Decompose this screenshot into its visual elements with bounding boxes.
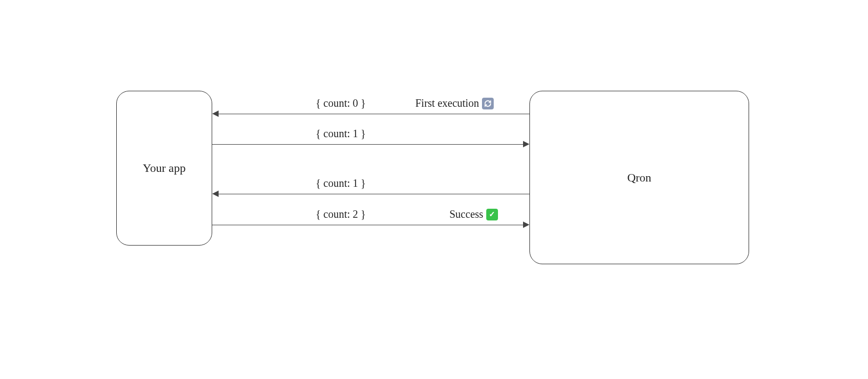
arrow-3-head [212, 191, 219, 197]
arrow-1-annotation: First execution [415, 97, 494, 109]
arrow-1-head [212, 110, 219, 117]
qron-box: Qron [529, 91, 749, 264]
your-app-label: Your app [143, 161, 186, 175]
arrow-4-payload: { count: 2 } [316, 208, 366, 220]
qron-label: Qron [627, 171, 651, 185]
arrow-4-line [212, 225, 523, 225]
arrow-1-payload: { count: 0 } [316, 97, 366, 109]
arrow-2-head [523, 141, 529, 147]
arrow-4-annotation: Success ✓ [449, 208, 498, 220]
refresh-icon [482, 98, 494, 109]
arrow-3-payload: { count: 1 } [316, 177, 366, 189]
arrow-1-line [219, 114, 529, 114]
arrow-1-annotation-text: First execution [415, 97, 479, 109]
your-app-box: Your app [116, 91, 212, 246]
arrow-4-head [523, 222, 529, 228]
arrow-2-line [212, 144, 523, 145]
arrow-2-payload: { count: 1 } [316, 128, 366, 140]
arrow-3-line [219, 194, 529, 194]
arrow-4-annotation-text: Success [449, 208, 483, 220]
check-icon: ✓ [486, 209, 498, 220]
